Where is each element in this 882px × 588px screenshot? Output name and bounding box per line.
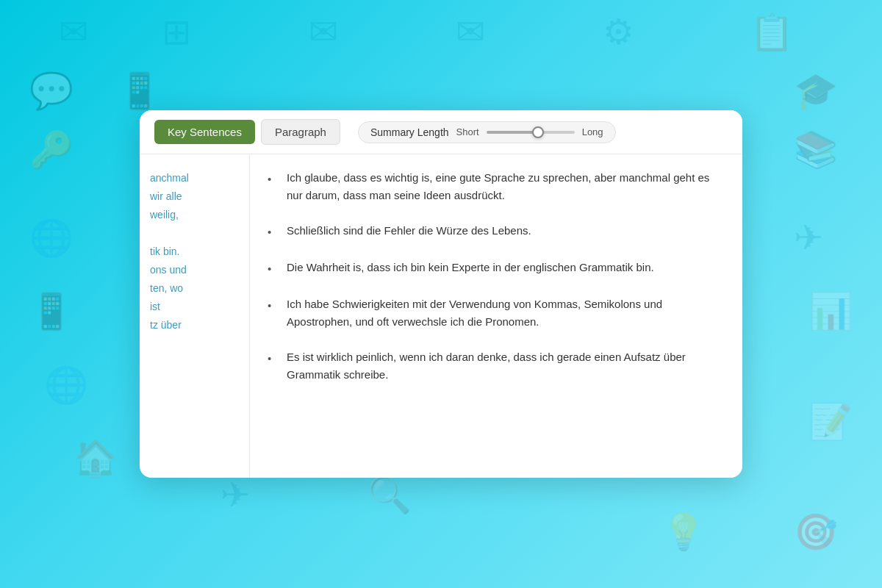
- summary-length-slider[interactable]: [487, 131, 575, 134]
- bg-icon-4: ✉: [456, 15, 485, 50]
- bg-icon-16: 🌐: [44, 368, 88, 403]
- right-panel: • Ich glaube, dass es wichtig is, eine g…: [250, 154, 742, 478]
- bg-icon-6: 📋: [750, 15, 794, 50]
- left-text-2: tik bin.ons undten, woisttz über: [150, 243, 239, 335]
- bg-icon-22: 📝: [808, 404, 853, 440]
- summary-length-control: Summary Length Short Long: [358, 121, 616, 143]
- left-text-1: anchmalwir alleweilig,: [150, 169, 239, 225]
- bg-icon-14: 📱: [29, 294, 74, 329]
- left-panel: anchmalwir alleweilig, tik bin.ons undte…: [140, 154, 250, 478]
- bg-icon-15: 📊: [808, 294, 853, 329]
- bullet-item-2: • Schließlich sind die Fehler die Würze …: [268, 222, 725, 241]
- bg-icon-10: 🔑: [29, 132, 74, 168]
- bg-icon-12: 🌐: [29, 220, 74, 256]
- summary-length-label: Summary Length: [370, 126, 449, 138]
- toolbar: Key Sentences Paragraph Summary Length S…: [140, 110, 742, 154]
- bullet-dot-1: •: [268, 171, 282, 188]
- bg-icon-21: 🎯: [794, 514, 838, 550]
- bullet-item-4: • Ich habe Schwierigkeiten mit der Verwe…: [268, 295, 725, 331]
- bullet-dot-5: •: [268, 350, 282, 368]
- bg-icon-3: ✉: [309, 15, 338, 50]
- bg-icon-1: ✉: [59, 15, 88, 50]
- bullet-text-3: Die Wahrheit is, dass ich bin kein Exper…: [287, 259, 725, 276]
- bg-icon-13: ✈: [794, 220, 823, 256]
- bullet-text-2: Schließlich sind die Fehler die Würze de…: [287, 222, 725, 240]
- bullet-text-1: Ich glaube, dass es wichtig is, eine gut…: [287, 169, 725, 204]
- bullet-dot-2: •: [268, 223, 282, 241]
- bullet-dot-4: •: [268, 297, 282, 315]
- slider-container: [487, 131, 575, 134]
- bg-icon-9: 🎓: [794, 74, 838, 109]
- bg-icon-11: 📚: [794, 132, 838, 168]
- content-area: anchmalwir alleweilig, tik bin.ons undte…: [140, 154, 742, 478]
- bullet-text-4: Ich habe Schwierigkeiten mit der Verwend…: [287, 295, 725, 331]
- bg-icon-18: ✈: [220, 478, 250, 513]
- main-card: Key Sentences Paragraph Summary Length S…: [140, 110, 742, 478]
- bullet-item-1: • Ich glaube, dass es wichtig is, eine g…: [268, 169, 725, 204]
- bullet-text-5: Es ist wirklich peinlich, wenn ich daran…: [287, 348, 725, 384]
- bg-icon-20: 💡: [662, 514, 706, 550]
- short-label: Short: [456, 126, 479, 137]
- tab-paragraph[interactable]: Paragraph: [261, 119, 340, 145]
- bg-icon-8: 📱: [118, 74, 162, 109]
- tab-key-sentences[interactable]: Key Sentences: [154, 120, 255, 144]
- long-label: Long: [582, 126, 603, 137]
- bg-icon-19: 🔍: [368, 478, 412, 513]
- bullet-dot-3: •: [268, 260, 282, 278]
- bg-icon-7: 💬: [29, 74, 74, 109]
- bullet-item-3: • Die Wahrheit is, dass ich bin kein Exp…: [268, 259, 725, 278]
- bg-icon-5: ⚙: [603, 15, 634, 50]
- bg-icon-17: 🏠: [74, 441, 118, 476]
- bg-icon-2: ⊞: [162, 15, 191, 50]
- bullet-item-5: • Es ist wirklich peinlich, wenn ich dar…: [268, 348, 725, 384]
